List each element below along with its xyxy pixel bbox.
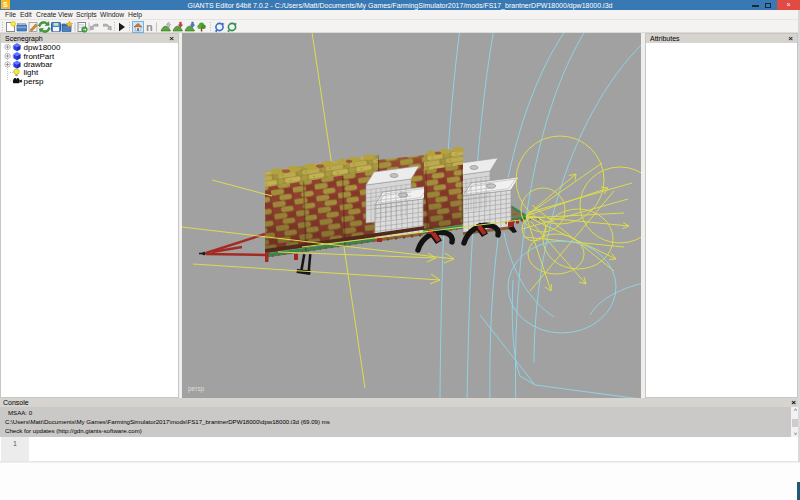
svg-text:dpw18000: dpw18000 bbox=[24, 43, 61, 52]
svg-text:persp: persp bbox=[24, 77, 45, 86]
svg-text:n: n bbox=[146, 21, 153, 33]
